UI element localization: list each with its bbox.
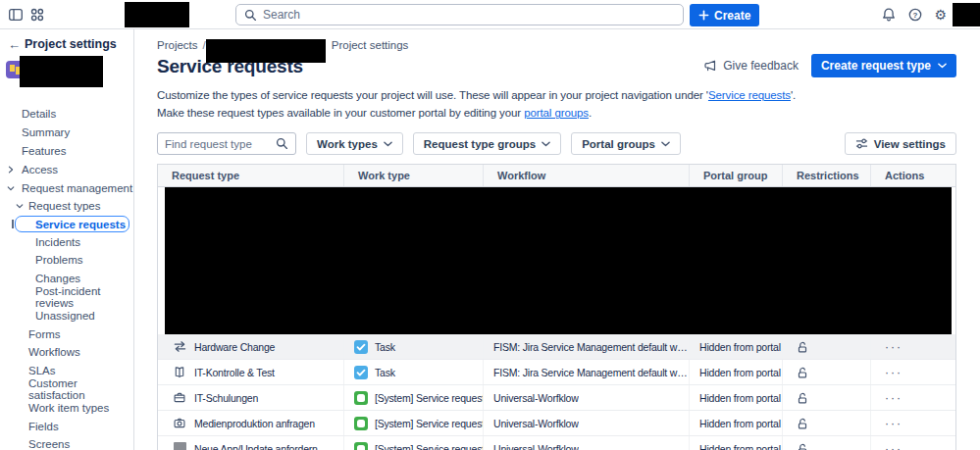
create-button-label: Create — [714, 9, 750, 23]
request-type-groups-dropdown[interactable]: Request type groups — [413, 132, 561, 155]
request-type-name: IT-Schulungen — [194, 392, 258, 404]
row-actions-button[interactable]: ··· — [871, 334, 955, 359]
chevron-down-icon — [938, 63, 947, 69]
main-content: Projects / Project settings Service requ… — [135, 29, 980, 450]
workflow-label: FISM: Jira Service Management default wo… — [493, 341, 689, 353]
sidebar-toggle-icon[interactable] — [8, 7, 24, 23]
row-actions-button[interactable]: ··· — [871, 436, 955, 450]
table-row[interactable]: IT-Schulungen [System] Service request U… — [158, 385, 955, 411]
work-type-label: [System] Service request — [375, 418, 484, 429]
create-request-type-label: Create request type — [821, 59, 931, 73]
portal-group-label: Hidden from portal — [699, 443, 781, 450]
give-feedback-button[interactable]: Give feedback — [703, 59, 799, 73]
service-request-icon — [354, 442, 368, 450]
sidebar-item-unassigned[interactable]: Unassigned — [0, 306, 134, 325]
request-type-name: Medienproduktion anfragen — [194, 418, 315, 429]
unlock-icon — [797, 391, 808, 405]
bell-icon[interactable] — [881, 7, 897, 23]
view-settings-button[interactable]: View settings — [845, 132, 956, 155]
sidebar-item-customer-satisfaction[interactable]: Customer satisfaction — [0, 380, 134, 399]
create-request-type-button[interactable]: Create request type — [811, 54, 956, 77]
redacted-project-name — [20, 56, 103, 87]
work-type-label: [System] Service request — [375, 443, 484, 450]
sidebar-item-request-types[interactable]: Request types — [0, 197, 134, 216]
column-request-type: Request type — [158, 165, 344, 186]
project-settings-sidebar: ← Project settings Details Summary Featu… — [0, 29, 134, 450]
give-feedback-label: Give feedback — [723, 59, 799, 73]
chevron-down-icon — [542, 141, 550, 147]
swap-arrows-icon — [172, 339, 187, 355]
header-actions: Give feedback Create request type — [703, 54, 956, 77]
sidebar-item-work-item-types[interactable]: Work item types — [0, 398, 134, 417]
task-icon — [354, 340, 368, 354]
chevron-down-icon — [661, 141, 670, 147]
chevron-down-icon — [7, 184, 15, 192]
sidebar-item-request-management[interactable]: Request management — [0, 178, 134, 197]
service-request-icon — [354, 391, 368, 405]
portal-groups-link[interactable]: portal groups — [524, 107, 589, 119]
column-actions: Actions — [871, 165, 955, 186]
sidebar-item-workflows[interactable]: Workflows — [0, 343, 134, 362]
page-description: Customize the types of service requests … — [157, 86, 873, 123]
unlock-icon — [797, 442, 808, 450]
topbar-right-icons: ? ⚙ — [881, 0, 947, 29]
service-requests-link[interactable]: Service requests — [708, 89, 791, 101]
breadcrumb-project-settings[interactable]: Project settings — [332, 39, 409, 51]
portal-group-label: Hidden from portal — [699, 392, 781, 404]
search-icon — [276, 137, 288, 150]
help-icon[interactable]: ? — [907, 7, 923, 23]
portal-groups-dropdown[interactable]: Portal groups — [571, 132, 681, 155]
table-row[interactable]: Medienproduktion anfragen [System] Servi… — [158, 411, 955, 436]
work-type-label: Task — [375, 367, 395, 378]
sidebar-item-summary[interactable]: Summary — [0, 124, 134, 142]
app-switcher-icon[interactable] — [29, 7, 45, 23]
workflow-label: Universal-Worfklow — [493, 418, 579, 429]
filter-bar: Work types Request type groups Portal gr… — [157, 132, 681, 155]
sidebar-item-post-incident-reviews[interactable]: Post-incident reviews — [0, 288, 134, 307]
sidebar-back-header: ← Project settings — [0, 36, 134, 54]
redacted-logo — [125, 2, 189, 27]
sidebar-item-incidents[interactable]: Incidents — [0, 232, 134, 251]
open-book-icon — [172, 365, 187, 380]
unlock-icon — [797, 417, 808, 430]
table-row[interactable]: IT-Kontrolle & Test Task FISM: Jira Serv… — [158, 360, 955, 385]
redacted-rows-block — [165, 187, 952, 334]
unlock-icon — [797, 366, 808, 379]
chevron-down-icon — [16, 202, 24, 210]
sidebar-item-details[interactable]: Details — [0, 105, 134, 124]
row-actions-button[interactable]: ··· — [871, 411, 955, 435]
column-workflow: Workflow — [484, 165, 690, 186]
row-actions-button[interactable]: ··· — [871, 360, 955, 384]
camera-icon — [172, 416, 187, 431]
work-types-dropdown[interactable]: Work types — [306, 132, 403, 155]
request-types-table: Request type Work type Workflow Portal g… — [157, 164, 956, 450]
request-type-name: Neue App/Update anfordern — [194, 443, 318, 450]
sidebar-item-access[interactable]: Access — [0, 160, 134, 178]
request-type-name: Hardware Change — [194, 341, 275, 353]
briefcase-icon — [172, 390, 187, 406]
redacted-gray-square-icon — [172, 441, 187, 450]
redacted-avatar — [953, 3, 980, 26]
table-row[interactable]: Neue App/Update anfordern [System] Servi… — [158, 436, 955, 450]
jira-project-settings-screen: Create ? ⚙ ← Project settings Details Su… — [0, 0, 980, 450]
find-request-type-field — [157, 132, 296, 155]
table-row[interactable]: Hardware Change Task FISM: Jira Service … — [158, 334, 955, 360]
sidebar-item-service-requests[interactable]: Service requests — [15, 216, 129, 233]
search-input[interactable] — [263, 8, 675, 22]
work-type-label: [System] Service request — [375, 392, 484, 404]
chevron-down-icon — [384, 141, 392, 147]
sidebar-item-screens[interactable]: Screens — [0, 435, 134, 450]
row-actions-button[interactable]: ··· — [871, 385, 955, 410]
find-request-type-input[interactable] — [165, 138, 272, 150]
back-arrow-icon[interactable]: ← — [8, 37, 21, 52]
breadcrumb-projects[interactable]: Projects — [157, 39, 198, 51]
gear-icon[interactable]: ⚙ — [934, 8, 947, 22]
request-type-name: IT-Kontrolle & Test — [194, 367, 275, 378]
sidebar-item-features[interactable]: Features — [0, 142, 134, 161]
portal-group-label: Hidden from portal — [699, 341, 781, 353]
redacted-breadcrumb-project — [206, 39, 326, 63]
sidebar-item-fields[interactable]: Fields — [0, 417, 134, 435]
sidebar-item-forms[interactable]: Forms — [0, 325, 134, 343]
create-button[interactable]: Create — [690, 4, 759, 26]
sidebar-item-problems[interactable]: Problems — [0, 251, 134, 270]
